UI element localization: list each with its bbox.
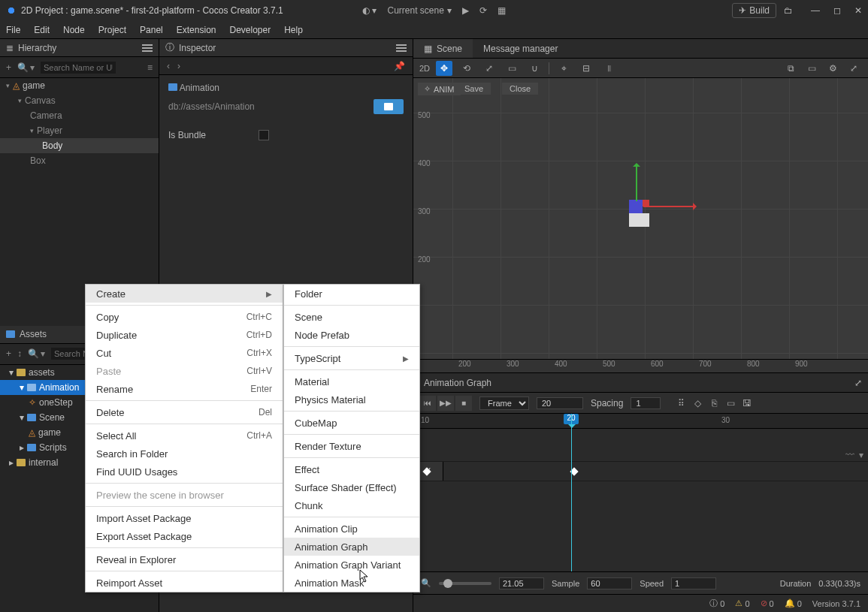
inspector-menu-icon[interactable] [396, 44, 407, 52]
tree-node-camera[interactable]: Camera [0, 108, 159, 123]
open-folder-icon[interactable]: 🗀 [784, 5, 793, 16]
create-cubemap[interactable]: CubeMap [284, 414, 419, 432]
frame-input[interactable] [537, 397, 583, 409]
ctx-duplicate[interactable]: DuplicateCtrl+D [86, 326, 283, 344]
zoom-slider[interactable] [439, 582, 491, 585]
fwd-icon[interactable]: › [177, 61, 180, 71]
anim-timeline[interactable]: 10 30 20 Y 〰▾ [413, 414, 868, 571]
create-render-texture[interactable]: Render Texture [284, 437, 419, 455]
scene-object-head[interactable] [629, 200, 643, 213]
scene-object-body[interactable] [629, 213, 649, 227]
ctx-paste[interactable]: PasteCtrl+V [86, 362, 283, 380]
ctx-rename[interactable]: RenameEnter [86, 380, 283, 398]
anim-tabs-menu-icon[interactable]: ⤢ [854, 378, 868, 388]
menu-extension[interactable]: Extension [177, 25, 216, 35]
tree-node-canvas[interactable]: ▾Canvas [0, 93, 159, 108]
warn-icon[interactable]: ⚠ [735, 598, 742, 608]
mode-2d[interactable]: 2D [419, 64, 430, 73]
is-bundle-checkbox[interactable] [259, 130, 269, 140]
tree-node-game[interactable]: ▾◬game [0, 78, 159, 93]
grid-icon[interactable]: ▦ [498, 5, 506, 16]
scale-tool-icon[interactable]: ⤢ [481, 61, 498, 76]
menu-help[interactable]: Help [284, 25, 303, 35]
ctx-select-all[interactable]: Select AllCtrl+A [86, 427, 283, 445]
anchor-tool-icon[interactable]: ∪ [526, 61, 543, 76]
speed-input[interactable] [671, 577, 716, 589]
maximize-icon[interactable]: ◻ [833, 5, 841, 16]
sample-input[interactable] [587, 577, 632, 589]
tree-node-player[interactable]: ▾Player [0, 123, 159, 138]
create-animation-mask[interactable]: Animation Mask [284, 574, 419, 592]
spacing-input[interactable] [631, 397, 661, 409]
rotate-tool-icon[interactable]: ⟲ [458, 61, 475, 76]
error-icon[interactable]: ⊘ [761, 598, 767, 608]
paste-icon[interactable]: ▭ [724, 396, 737, 410]
tab-message-manager[interactable]: Message manager [473, 39, 568, 58]
refresh-button[interactable]: ⟳ [479, 5, 487, 16]
gear-icon[interactable]: ⚙ [824, 61, 841, 76]
play-button[interactable]: ▶ [462, 5, 469, 16]
tree-node-box[interactable]: Box [0, 153, 159, 168]
menu-edit[interactable]: Edit [34, 25, 50, 35]
step-back-icon[interactable]: ▶▶ [437, 396, 454, 411]
add-icon[interactable]: + [6, 348, 11, 359]
curve-icon[interactable]: 〰 [845, 450, 854, 460]
hierarchy-menu-icon[interactable] [142, 44, 153, 52]
ctx-find-uuid[interactable]: Find UUID Usages [86, 463, 283, 481]
create-scene[interactable]: Scene [284, 308, 419, 326]
create-folder[interactable]: Folder [284, 285, 419, 303]
build-button[interactable]: ✈ Build [732, 3, 776, 18]
tab-scene[interactable]: ▦Scene [413, 39, 473, 58]
list-icon[interactable]: ≡ [147, 62, 153, 73]
ctx-export-pkg[interactable]: Export Asset Package [86, 527, 283, 545]
minimize-icon[interactable]: ― [811, 5, 820, 16]
open-in-explorer-button[interactable] [374, 99, 404, 114]
create-material[interactable]: Material [284, 372, 419, 390]
tool-b-icon[interactable]: ⊟ [578, 61, 594, 76]
move-tool-icon[interactable]: ✥ [436, 61, 452, 76]
rect-tool-icon[interactable]: ▭ [504, 61, 520, 76]
pin-icon[interactable]: 📌 [394, 61, 405, 71]
tool-a-icon[interactable]: ⌖ [555, 61, 572, 76]
close-button[interactable]: Close [502, 83, 538, 95]
preview-icon[interactable]: ▭ [803, 61, 820, 76]
ctx-copy[interactable]: CopyCtrl+C [86, 308, 283, 326]
back-icon[interactable]: ‹ [167, 61, 170, 71]
track-y[interactable]: Y [413, 462, 868, 481]
ctx-preview[interactable]: Preview the scene in browser [86, 486, 283, 504]
add-icon[interactable]: + [6, 62, 11, 73]
key-icon[interactable]: ◇ [691, 396, 704, 410]
menu-project[interactable]: Project [98, 25, 126, 35]
stop-icon[interactable]: ■ [455, 396, 472, 411]
event-lane[interactable] [413, 429, 868, 462]
scene-dropdown[interactable]: Current scene ▾ [387, 5, 451, 16]
create-effect[interactable]: Effect [284, 460, 419, 478]
hierarchy-search-input[interactable] [41, 62, 116, 74]
create-surface-shader[interactable]: Surface Shader (Effect) [284, 478, 419, 496]
ctx-delete[interactable]: DeleteDel [86, 403, 283, 421]
create-typescript[interactable]: TypeScript▶ [284, 349, 419, 367]
x-axis-gizmo[interactable] [643, 206, 696, 207]
grid-icon[interactable]: ⠿ [674, 396, 688, 410]
create-animation-graph[interactable]: Animation Graph [284, 538, 419, 556]
copy-icon[interactable]: ⎘ [707, 396, 721, 410]
ctx-cut[interactable]: CutCtrl+X [86, 344, 283, 362]
save-icon[interactable]: 🖫 [740, 396, 754, 410]
tree-node-body[interactable]: Body [0, 138, 159, 153]
bell-icon[interactable]: 🔔 [785, 598, 795, 608]
time-ruler[interactable]: 10 30 20 [413, 414, 868, 429]
close-icon[interactable]: ✕ [854, 5, 862, 16]
tool-c-icon[interactable]: ⫴ [600, 61, 617, 76]
ctx-reimport[interactable]: Reimport Asset [86, 574, 283, 592]
camera-icon[interactable]: ⧉ [782, 61, 799, 76]
info-icon[interactable]: ⓘ [709, 598, 718, 609]
create-chunk[interactable]: Chunk [284, 496, 419, 514]
menu-file[interactable]: File [6, 25, 20, 35]
ctx-search-folder[interactable]: Search in Folder [86, 445, 283, 463]
menu-developer[interactable]: Developer [229, 25, 271, 35]
menu-panel[interactable]: Panel [140, 25, 163, 35]
zoom-out-icon[interactable]: 🔍 [421, 578, 431, 588]
create-animation-graph-variant[interactable]: Animation Graph Variant [284, 556, 419, 574]
sort-icon[interactable]: ↕ [17, 348, 22, 359]
frame-select[interactable]: Frame [479, 396, 529, 410]
